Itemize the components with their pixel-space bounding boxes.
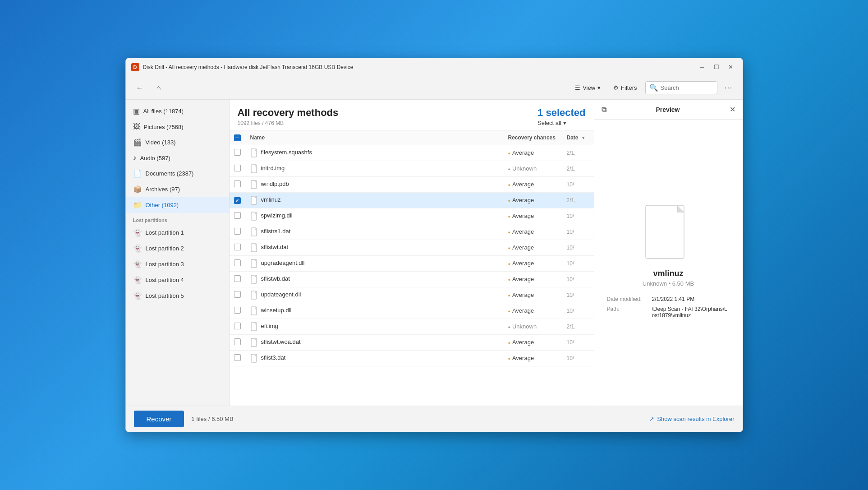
row-filename: sflist3.dat — [246, 350, 504, 366]
chances-text: Average — [512, 307, 534, 314]
chances-text: Average — [512, 197, 534, 203]
row-date: 10/ — [562, 240, 594, 255]
search-input[interactable] — [661, 84, 713, 91]
th-name[interactable]: Name — [246, 130, 504, 145]
view-chevron: ▾ — [597, 84, 601, 91]
file-table-wrap[interactable]: Name Recovery chances Date ▼ — [230, 130, 594, 406]
minimize-button[interactable]: ─ — [696, 61, 708, 74]
audio-icon: ♪ — [133, 154, 137, 162]
filename-text: filesystem.squashfs — [261, 149, 312, 156]
table-row[interactable]: initrd.img●Unknown2/1, — [230, 161, 594, 176]
lp5-icon: 👻 — [133, 291, 142, 300]
file-icon — [250, 180, 258, 189]
row-chances: ●Average — [504, 224, 562, 240]
show-in-explorer-button[interactable]: ↗ Show scan results in Explorer — [649, 416, 734, 422]
row-checkbox[interactable] — [234, 197, 241, 204]
sidebar-item-lp1[interactable]: 👻 Lost partition 1 — [126, 225, 229, 240]
table-row[interactable]: efi.img●Unknown2/1, — [230, 319, 594, 334]
sidebar-item-archives[interactable]: 📦 Archives (97) — [126, 181, 229, 197]
table-row[interactable]: vmlinuz●Average2/1, — [230, 192, 594, 208]
preview-body: vmlinuz Unknown • 6.50 MB Date modified:… — [594, 120, 743, 406]
row-checkbox[interactable] — [234, 259, 241, 266]
row-chances: ●Unknown — [504, 161, 562, 176]
table-row[interactable]: windlp.pdb●Average10/ — [230, 176, 594, 192]
preview-copy-button[interactable]: ⧉ — [600, 104, 608, 116]
row-checkbox[interactable] — [234, 149, 241, 156]
search-box[interactable]: 🔍 — [645, 81, 717, 94]
chances-dot: ● — [508, 214, 510, 219]
table-row[interactable]: sflistwt.woa.dat●Average10/ — [230, 334, 594, 350]
all-files-icon: ▣ — [133, 107, 140, 116]
th-date[interactable]: Date ▼ — [562, 130, 594, 145]
row-checkbox[interactable] — [234, 244, 241, 250]
table-row[interactable]: upgradeagent.dll●Average10/ — [230, 255, 594, 271]
back-button[interactable]: ← — [132, 80, 147, 96]
row-checkbox[interactable] — [234, 212, 241, 219]
sidebar-item-pictures[interactable]: 🖼 Pictures (7568) — [126, 119, 229, 134]
row-chances: ●Average — [504, 255, 562, 271]
sidebar-item-video[interactable]: 🎬 Video (133) — [126, 134, 229, 150]
sidebar-item-audio[interactable]: ♪ Audio (597) — [126, 150, 229, 166]
row-date: 10/ — [562, 334, 594, 350]
row-date: 10/ — [562, 271, 594, 287]
preview-meta: Date modified: 2/1/2022 1:41 PM Path: \D… — [603, 296, 734, 322]
row-checkbox-cell — [230, 192, 246, 208]
row-checkbox[interactable] — [234, 180, 241, 187]
row-date: 2/1, — [562, 145, 594, 161]
file-icon — [250, 212, 258, 221]
select-all-checkbox[interactable] — [234, 134, 241, 141]
chances-text: Average — [512, 355, 534, 361]
chances-dot: ● — [508, 356, 510, 361]
sidebar-item-all-files[interactable]: ▣ All files (11874) — [126, 103, 229, 119]
row-filename: sflistwb.dat — [246, 271, 504, 287]
pictures-icon: 🖼 — [133, 123, 140, 131]
table-row[interactable]: sflist3.dat●Average10/ — [230, 350, 594, 366]
video-icon: 🎬 — [133, 138, 142, 147]
sidebar-item-documents[interactable]: 📄 Documents (2387) — [126, 166, 229, 181]
table-header-row: Name Recovery chances Date ▼ — [230, 130, 594, 145]
row-filename: spwizimg.dll — [246, 208, 504, 224]
list-icon: ☰ — [575, 84, 580, 91]
sidebar-item-documents-label: Documents (2387) — [146, 170, 194, 177]
file-count: 1092 files / 476 MB — [238, 120, 339, 126]
row-checkbox[interactable] — [234, 354, 241, 361]
filters-button[interactable]: ⚙ Filters — [609, 82, 641, 93]
th-checkbox[interactable] — [230, 130, 246, 145]
table-row[interactable]: filesystem.squashfs●Average2/1, — [230, 145, 594, 161]
path-label: Path: — [607, 306, 652, 319]
table-row[interactable]: sflistwt.dat●Average10/ — [230, 240, 594, 255]
date-sort-arrow: ▼ — [581, 135, 586, 140]
file-icon — [250, 306, 258, 315]
row-date: 10/ — [562, 350, 594, 366]
preview-close-button[interactable]: ✕ — [728, 103, 737, 116]
table-row[interactable]: sflistwb.dat●Average10/ — [230, 271, 594, 287]
more-button[interactable]: ··· — [721, 80, 736, 96]
table-row[interactable]: spwizimg.dll●Average10/ — [230, 208, 594, 224]
sidebar-item-lp3[interactable]: 👻 Lost partition 3 — [126, 256, 229, 272]
row-checkbox[interactable] — [234, 338, 241, 345]
row-checkbox[interactable] — [234, 307, 241, 314]
sidebar-item-pictures-label: Pictures (7568) — [144, 124, 184, 130]
sidebar-item-lp4[interactable]: 👻 Lost partition 4 — [126, 272, 229, 288]
table-row[interactable]: sflistrs1.dat●Average10/ — [230, 224, 594, 240]
row-checkbox[interactable] — [234, 275, 241, 282]
row-checkbox[interactable] — [234, 165, 241, 171]
table-row[interactable]: winsetup.dll●Average10/ — [230, 303, 594, 319]
chances-dot: ● — [508, 293, 510, 298]
row-checkbox[interactable] — [234, 291, 241, 298]
row-checkbox[interactable] — [234, 228, 241, 235]
view-button[interactable]: ☰ View ▾ — [570, 82, 605, 93]
close-button[interactable]: ✕ — [725, 61, 737, 74]
sidebar-item-all-files-label: All files (11874) — [143, 108, 184, 115]
maximize-button[interactable]: ☐ — [710, 61, 723, 74]
sidebar-item-lp2[interactable]: 👻 Lost partition 2 — [126, 240, 229, 256]
sidebar-item-lp5[interactable]: 👻 Lost partition 5 — [126, 288, 229, 304]
home-button[interactable]: ⌂ — [151, 80, 166, 96]
sidebar-item-other[interactable]: 📁 Other (1092) — [126, 197, 229, 213]
th-chances[interactable]: Recovery chances — [504, 130, 562, 145]
select-all-button[interactable]: Select all ▾ — [537, 120, 566, 126]
sidebar-item-archives-label: Archives (97) — [146, 186, 180, 193]
row-checkbox[interactable] — [234, 323, 241, 329]
table-row[interactable]: updateagent.dll●Average10/ — [230, 287, 594, 303]
recover-button[interactable]: Recover — [134, 411, 184, 427]
